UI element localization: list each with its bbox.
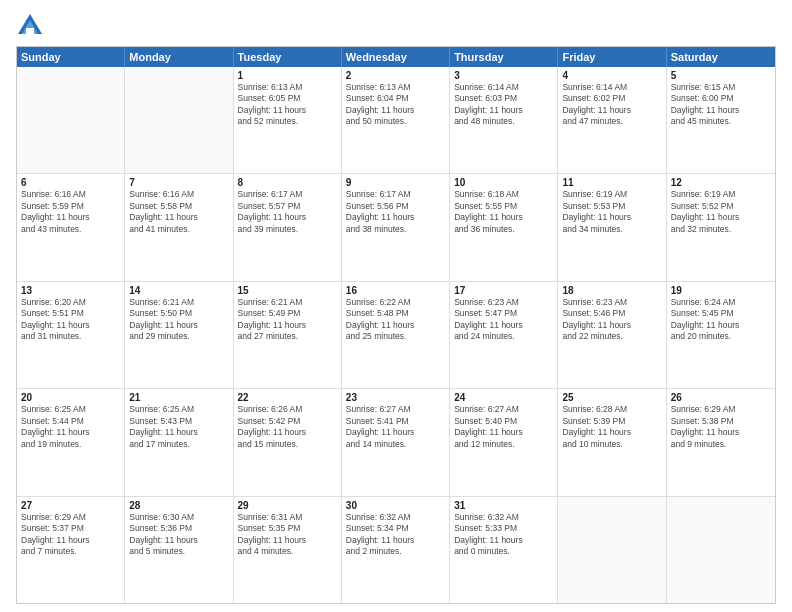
day-number: 22	[238, 392, 337, 403]
day-info: Sunrise: 6:13 AM Sunset: 6:05 PM Dayligh…	[238, 82, 337, 128]
day-cell-26: 26Sunrise: 6:29 AM Sunset: 5:38 PM Dayli…	[667, 389, 775, 495]
day-cell-11: 11Sunrise: 6:19 AM Sunset: 5:53 PM Dayli…	[558, 174, 666, 280]
day-info: Sunrise: 6:28 AM Sunset: 5:39 PM Dayligh…	[562, 404, 661, 450]
day-cell-29: 29Sunrise: 6:31 AM Sunset: 5:35 PM Dayli…	[234, 497, 342, 603]
calendar-row-1: 1Sunrise: 6:13 AM Sunset: 6:05 PM Daylig…	[17, 67, 775, 173]
calendar: SundayMondayTuesdayWednesdayThursdayFrid…	[16, 46, 776, 604]
day-cell-28: 28Sunrise: 6:30 AM Sunset: 5:36 PM Dayli…	[125, 497, 233, 603]
weekday-header-tuesday: Tuesday	[234, 47, 342, 67]
calendar-row-4: 20Sunrise: 6:25 AM Sunset: 5:44 PM Dayli…	[17, 388, 775, 495]
day-cell-18: 18Sunrise: 6:23 AM Sunset: 5:46 PM Dayli…	[558, 282, 666, 388]
day-info: Sunrise: 6:16 AM Sunset: 5:58 PM Dayligh…	[129, 189, 228, 235]
day-info: Sunrise: 6:24 AM Sunset: 5:45 PM Dayligh…	[671, 297, 771, 343]
day-cell-6: 6Sunrise: 6:16 AM Sunset: 5:59 PM Daylig…	[17, 174, 125, 280]
day-cell-31: 31Sunrise: 6:32 AM Sunset: 5:33 PM Dayli…	[450, 497, 558, 603]
day-cell-20: 20Sunrise: 6:25 AM Sunset: 5:44 PM Dayli…	[17, 389, 125, 495]
day-cell-14: 14Sunrise: 6:21 AM Sunset: 5:50 PM Dayli…	[125, 282, 233, 388]
day-cell-2: 2Sunrise: 6:13 AM Sunset: 6:04 PM Daylig…	[342, 67, 450, 173]
day-cell-15: 15Sunrise: 6:21 AM Sunset: 5:49 PM Dayli…	[234, 282, 342, 388]
calendar-row-2: 6Sunrise: 6:16 AM Sunset: 5:59 PM Daylig…	[17, 173, 775, 280]
day-cell-7: 7Sunrise: 6:16 AM Sunset: 5:58 PM Daylig…	[125, 174, 233, 280]
day-number: 16	[346, 285, 445, 296]
svg-rect-2	[26, 28, 34, 34]
weekday-header-sunday: Sunday	[17, 47, 125, 67]
page: SundayMondayTuesdayWednesdayThursdayFrid…	[0, 0, 792, 612]
day-info: Sunrise: 6:21 AM Sunset: 5:49 PM Dayligh…	[238, 297, 337, 343]
day-number: 7	[129, 177, 228, 188]
day-cell-30: 30Sunrise: 6:32 AM Sunset: 5:34 PM Dayli…	[342, 497, 450, 603]
day-number: 23	[346, 392, 445, 403]
day-info: Sunrise: 6:19 AM Sunset: 5:52 PM Dayligh…	[671, 189, 771, 235]
day-cell-19: 19Sunrise: 6:24 AM Sunset: 5:45 PM Dayli…	[667, 282, 775, 388]
day-info: Sunrise: 6:13 AM Sunset: 6:04 PM Dayligh…	[346, 82, 445, 128]
day-info: Sunrise: 6:19 AM Sunset: 5:53 PM Dayligh…	[562, 189, 661, 235]
day-number: 3	[454, 70, 553, 81]
day-number: 28	[129, 500, 228, 511]
day-number: 15	[238, 285, 337, 296]
day-cell-13: 13Sunrise: 6:20 AM Sunset: 5:51 PM Dayli…	[17, 282, 125, 388]
logo-icon	[16, 12, 44, 40]
day-info: Sunrise: 6:25 AM Sunset: 5:44 PM Dayligh…	[21, 404, 120, 450]
day-info: Sunrise: 6:27 AM Sunset: 5:40 PM Dayligh…	[454, 404, 553, 450]
day-cell-17: 17Sunrise: 6:23 AM Sunset: 5:47 PM Dayli…	[450, 282, 558, 388]
logo	[16, 12, 48, 40]
day-info: Sunrise: 6:14 AM Sunset: 6:03 PM Dayligh…	[454, 82, 553, 128]
day-info: Sunrise: 6:21 AM Sunset: 5:50 PM Dayligh…	[129, 297, 228, 343]
day-number: 20	[21, 392, 120, 403]
day-info: Sunrise: 6:32 AM Sunset: 5:34 PM Dayligh…	[346, 512, 445, 558]
day-cell-16: 16Sunrise: 6:22 AM Sunset: 5:48 PM Dayli…	[342, 282, 450, 388]
day-info: Sunrise: 6:31 AM Sunset: 5:35 PM Dayligh…	[238, 512, 337, 558]
day-info: Sunrise: 6:26 AM Sunset: 5:42 PM Dayligh…	[238, 404, 337, 450]
day-cell-12: 12Sunrise: 6:19 AM Sunset: 5:52 PM Dayli…	[667, 174, 775, 280]
day-number: 14	[129, 285, 228, 296]
day-info: Sunrise: 6:18 AM Sunset: 5:55 PM Dayligh…	[454, 189, 553, 235]
empty-cell-r4c5	[558, 497, 666, 603]
day-info: Sunrise: 6:20 AM Sunset: 5:51 PM Dayligh…	[21, 297, 120, 343]
day-number: 29	[238, 500, 337, 511]
day-number: 31	[454, 500, 553, 511]
day-number: 18	[562, 285, 661, 296]
header	[16, 12, 776, 40]
day-cell-22: 22Sunrise: 6:26 AM Sunset: 5:42 PM Dayli…	[234, 389, 342, 495]
day-cell-5: 5Sunrise: 6:15 AM Sunset: 6:00 PM Daylig…	[667, 67, 775, 173]
day-number: 11	[562, 177, 661, 188]
day-info: Sunrise: 6:23 AM Sunset: 5:47 PM Dayligh…	[454, 297, 553, 343]
day-number: 27	[21, 500, 120, 511]
empty-cell-r4c6	[667, 497, 775, 603]
day-cell-23: 23Sunrise: 6:27 AM Sunset: 5:41 PM Dayli…	[342, 389, 450, 495]
day-info: Sunrise: 6:15 AM Sunset: 6:00 PM Dayligh…	[671, 82, 771, 128]
day-cell-25: 25Sunrise: 6:28 AM Sunset: 5:39 PM Dayli…	[558, 389, 666, 495]
day-cell-4: 4Sunrise: 6:14 AM Sunset: 6:02 PM Daylig…	[558, 67, 666, 173]
calendar-body: 1Sunrise: 6:13 AM Sunset: 6:05 PM Daylig…	[17, 67, 775, 603]
day-info: Sunrise: 6:17 AM Sunset: 5:57 PM Dayligh…	[238, 189, 337, 235]
day-number: 25	[562, 392, 661, 403]
day-cell-21: 21Sunrise: 6:25 AM Sunset: 5:43 PM Dayli…	[125, 389, 233, 495]
day-info: Sunrise: 6:25 AM Sunset: 5:43 PM Dayligh…	[129, 404, 228, 450]
day-cell-3: 3Sunrise: 6:14 AM Sunset: 6:03 PM Daylig…	[450, 67, 558, 173]
day-number: 26	[671, 392, 771, 403]
weekday-header-friday: Friday	[558, 47, 666, 67]
day-number: 8	[238, 177, 337, 188]
day-number: 21	[129, 392, 228, 403]
calendar-header: SundayMondayTuesdayWednesdayThursdayFrid…	[17, 47, 775, 67]
day-info: Sunrise: 6:29 AM Sunset: 5:38 PM Dayligh…	[671, 404, 771, 450]
day-info: Sunrise: 6:27 AM Sunset: 5:41 PM Dayligh…	[346, 404, 445, 450]
empty-cell-r0c0	[17, 67, 125, 173]
weekday-header-saturday: Saturday	[667, 47, 775, 67]
day-number: 2	[346, 70, 445, 81]
day-info: Sunrise: 6:23 AM Sunset: 5:46 PM Dayligh…	[562, 297, 661, 343]
weekday-header-thursday: Thursday	[450, 47, 558, 67]
day-cell-8: 8Sunrise: 6:17 AM Sunset: 5:57 PM Daylig…	[234, 174, 342, 280]
calendar-row-3: 13Sunrise: 6:20 AM Sunset: 5:51 PM Dayli…	[17, 281, 775, 388]
calendar-row-5: 27Sunrise: 6:29 AM Sunset: 5:37 PM Dayli…	[17, 496, 775, 603]
empty-cell-r0c1	[125, 67, 233, 173]
weekday-header-wednesday: Wednesday	[342, 47, 450, 67]
day-number: 30	[346, 500, 445, 511]
day-number: 6	[21, 177, 120, 188]
day-number: 12	[671, 177, 771, 188]
day-number: 9	[346, 177, 445, 188]
day-info: Sunrise: 6:16 AM Sunset: 5:59 PM Dayligh…	[21, 189, 120, 235]
day-info: Sunrise: 6:29 AM Sunset: 5:37 PM Dayligh…	[21, 512, 120, 558]
day-number: 5	[671, 70, 771, 81]
day-number: 17	[454, 285, 553, 296]
